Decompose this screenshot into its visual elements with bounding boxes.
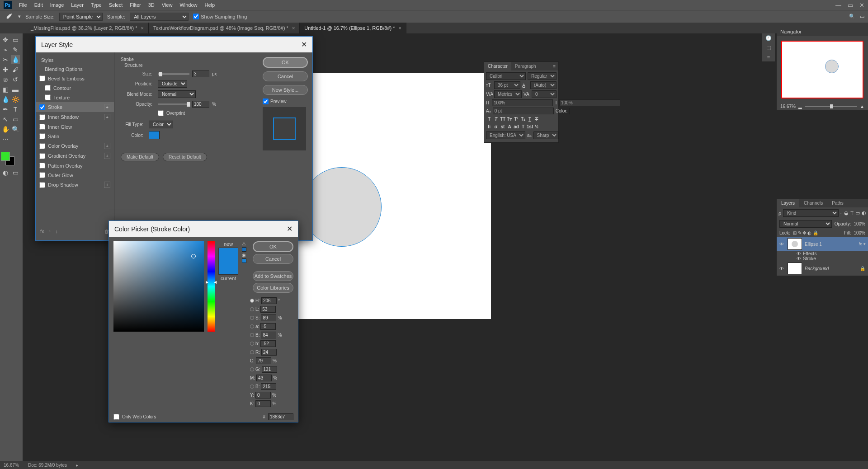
cancel-button[interactable]: Cancel [253, 254, 293, 264]
g-input[interactable] [262, 366, 277, 373]
stamp-tool[interactable]: ⎚ [1, 75, 10, 84]
ok-button[interactable]: OK [263, 57, 308, 68]
h-input[interactable] [261, 297, 277, 304]
layer-ellipse-1[interactable]: 👁 Ellipse 1 fx ▾ [777, 237, 868, 251]
effect-texture[interactable]: Texture [36, 93, 114, 102]
bold-button[interactable]: T [486, 116, 492, 122]
ligature-button[interactable]: fi [486, 123, 492, 130]
workspace-icon[interactable]: ▭ [860, 14, 864, 19]
opacity-input[interactable] [192, 101, 209, 108]
s-radio[interactable] [250, 316, 254, 320]
screen-mode-icon[interactable]: ▭ [11, 168, 20, 177]
a-radio[interactable] [250, 324, 254, 328]
language-select[interactable]: English: USA [486, 131, 525, 139]
navigator-preview[interactable] [781, 41, 863, 98]
allcaps-button[interactable]: TT [500, 116, 506, 122]
layer-stroke-row[interactable]: 👁Stroke [777, 256, 868, 261]
subscript-button[interactable]: T₁ [520, 116, 526, 122]
blur-tool[interactable]: 💧 [1, 95, 10, 104]
eyedropper-tool[interactable]: 💧 [11, 55, 20, 64]
zoom-level[interactable]: 16.67% [4, 463, 19, 468]
tab-close-icon[interactable]: × [141, 25, 144, 31]
foreground-color-swatch[interactable] [1, 152, 10, 161]
bv-input[interactable] [261, 383, 276, 390]
kerning-select[interactable]: Metrics [494, 90, 522, 98]
color-libraries-button[interactable]: Color Libraries [253, 283, 293, 293]
effect-pattern-overlay[interactable]: Pattern Overlay [36, 161, 114, 170]
close-icon[interactable]: ✕ [287, 225, 292, 233]
quick-mask-icon[interactable]: ◐ [1, 168, 10, 177]
fill-type-select[interactable]: Color [149, 121, 173, 128]
reset-default-button[interactable]: Reset to Default [163, 153, 207, 161]
h-radio[interactable] [250, 299, 254, 303]
zoom-in-icon[interactable]: ▲ [860, 104, 864, 109]
tracking-select[interactable]: 0 [532, 90, 557, 98]
s-input[interactable] [261, 314, 276, 321]
quick-select-tool[interactable]: ✎ [11, 45, 20, 54]
adjustments-icon[interactable]: ≡ [767, 54, 770, 60]
move-tool[interactable]: ✥ [1, 35, 10, 44]
layer-background[interactable]: 👁 Background 🔒 [777, 261, 868, 276]
underline-button[interactable]: T [527, 116, 533, 122]
baseline-input[interactable] [493, 108, 554, 114]
c-input[interactable] [256, 357, 271, 364]
visibility-icon[interactable]: 👁 [779, 266, 785, 271]
lasso-tool[interactable]: ⌁ [1, 45, 10, 54]
r-input[interactable] [261, 349, 277, 356]
visibility-icon[interactable]: 👁 [779, 242, 785, 247]
effect-gradient-overlay[interactable]: Gradient Overlay+ [36, 151, 114, 161]
overprint-checkbox[interactable] [158, 110, 164, 116]
add-effect-icon[interactable]: + [104, 153, 110, 159]
position-select[interactable]: Outside [158, 80, 187, 88]
b-radio[interactable] [250, 333, 254, 337]
move-up-icon[interactable]: ↑ [49, 229, 52, 234]
menu-edit[interactable]: Edit [31, 2, 47, 8]
tab-character[interactable]: Character [484, 62, 511, 70]
add-effect-icon[interactable]: + [104, 143, 110, 149]
cube-icon[interactable]: ◉ [242, 253, 246, 258]
y-input[interactable] [255, 392, 271, 399]
effect-contour[interactable]: Contour [36, 83, 114, 93]
size-input[interactable] [192, 70, 209, 77]
bv-radio[interactable] [250, 385, 254, 389]
menu-filter[interactable]: Filter [126, 2, 144, 8]
italic-button[interactable]: T [493, 116, 499, 122]
menu-select[interactable]: Select [105, 2, 127, 8]
close-icon[interactable]: ✕ [859, 2, 864, 9]
move-down-icon[interactable]: ↓ [56, 229, 58, 234]
effect-stroke[interactable]: Stroke+ [36, 102, 114, 112]
properties-icon[interactable]: ⬚ [766, 45, 771, 51]
stroke-color-swatch[interactable] [149, 131, 160, 139]
l-input[interactable] [260, 306, 276, 313]
tab-layers[interactable]: Layers [777, 199, 799, 207]
b-input[interactable] [261, 332, 276, 338]
a-input[interactable] [260, 323, 276, 330]
make-default-button[interactable]: Make Default [121, 153, 159, 161]
ok-button[interactable]: OK [253, 241, 293, 252]
color-field[interactable] [113, 241, 204, 332]
vscale-input[interactable] [492, 99, 553, 106]
document-tab[interactable]: _MissingFiles.psd @ 36.2% (Layer 2, RGB/… [26, 23, 149, 33]
preview-checkbox[interactable] [263, 98, 269, 104]
menu-window[interactable]: Window [176, 2, 201, 8]
panel-menu-icon[interactable]: ≡ [550, 62, 558, 70]
add-effect-icon[interactable]: + [104, 182, 110, 188]
font-family-select[interactable]: Calibri [486, 72, 526, 80]
menu-layer[interactable]: Layer [67, 2, 87, 8]
close-icon[interactable]: ✕ [301, 40, 307, 49]
size-slider[interactable] [158, 73, 189, 75]
tab-close-icon[interactable]: × [292, 25, 295, 31]
layer-effects-row[interactable]: 👁Effects [777, 251, 868, 256]
g-radio[interactable] [250, 367, 254, 371]
doc-info[interactable]: Doc: 69.2M/0 bytes [28, 463, 67, 468]
nearest-color-swatch[interactable] [242, 247, 246, 252]
tab-channels[interactable]: Channels [799, 199, 827, 207]
blend-mode-select[interactable]: Normal [158, 90, 196, 98]
effect-color-overlay[interactable]: Color Overlay+ [36, 141, 114, 151]
marquee-tool[interactable]: ▭ [11, 35, 20, 44]
blending-options[interactable]: Blending Options [36, 65, 114, 74]
layer-filter-select[interactable]: Kind [783, 209, 839, 217]
gradient-tool[interactable]: ▬ [11, 85, 20, 94]
text-color-swatch[interactable] [569, 108, 570, 114]
history-brush-tool[interactable]: ↺ [11, 75, 20, 84]
